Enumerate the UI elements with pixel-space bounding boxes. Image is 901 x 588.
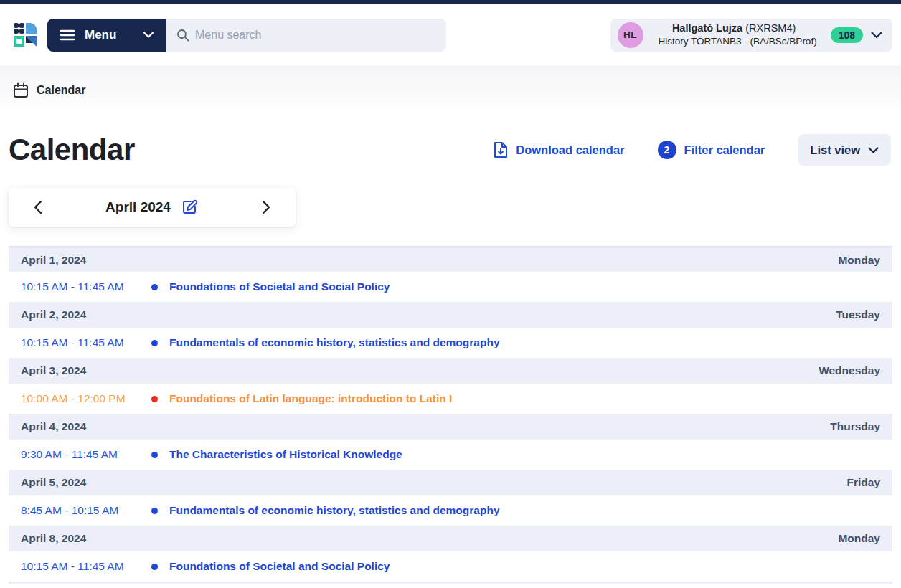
filter-count-badge: 2 (658, 141, 676, 159)
next-date-row-peek (9, 582, 892, 584)
event-row: 10:15 AM - 11:45 AM Foundations of Socie… (9, 272, 892, 302)
menu-button[interactable]: Menu (47, 19, 166, 52)
event-status-dot (151, 396, 158, 402)
weekday-label: Wednesday (819, 364, 880, 377)
date-label: April 5, 2024 (21, 476, 86, 489)
month-navigator: April 2024 (9, 188, 296, 227)
date-row: April 8, 2024 Monday (9, 526, 892, 551)
event-row: 10:15 AM - 11:45 AM Fundamentals of econ… (9, 328, 892, 358)
neptun-logo[interactable] (9, 19, 39, 52)
event-status-dot (151, 284, 158, 290)
date-label: April 2, 2024 (21, 308, 86, 321)
breadcrumb-label[interactable]: Calendar (37, 84, 85, 97)
weekday-label: Friday (846, 476, 880, 489)
weekday-label: Thursday (830, 420, 880, 433)
event-time: 10:00 AM - 12:00 PM (21, 392, 151, 405)
user-code: (RXRSM4) (745, 22, 796, 34)
event-time: 10:15 AM - 11:45 AM (21, 560, 151, 573)
chevron-down-icon (143, 32, 154, 38)
event-title-link[interactable]: Fundamentals of economic history, statis… (169, 336, 500, 349)
event-row: 10:00 AM - 12:00 PM Foundations of Latin… (9, 384, 892, 414)
app-header: Menu HL Hallgató Lujza (RXRSM4) History … (0, 4, 901, 67)
download-icon (494, 141, 508, 158)
event-time: 8:45 AM - 10:15 AM (21, 504, 151, 517)
date-label: April 4, 2024 (21, 420, 86, 433)
download-calendar-button[interactable]: Download calendar (494, 141, 624, 158)
user-program: History TORTANB3 - (BA/BSc/BProf) (651, 35, 817, 48)
view-selector[interactable]: List view (798, 134, 891, 166)
menu-search-input[interactable] (195, 29, 436, 42)
filter-calendar-button[interactable]: 2 Filter calendar (658, 141, 765, 159)
weekday-label: Tuesday (836, 308, 880, 321)
event-row: 10:15 AM - 11:45 AM Foundations of Socie… (9, 551, 892, 582)
event-title-link[interactable]: Foundations of Societal and Social Polic… (169, 560, 390, 573)
event-title-link[interactable]: Foundations of Latin language: introduct… (169, 392, 452, 405)
user-menu[interactable]: HL Hallgató Lujza (RXRSM4) History TORTA… (610, 19, 892, 52)
next-month-button[interactable] (259, 197, 274, 217)
notification-count-badge: 108 (831, 27, 863, 43)
weekday-label: Monday (838, 254, 880, 267)
chevron-down-icon (868, 147, 879, 153)
date-row: April 3, 2024 Wednesday (9, 358, 892, 384)
event-title-link[interactable]: Foundations of Societal and Social Polic… (169, 280, 390, 293)
event-title-link[interactable]: Fundamentals of economic history, statis… (169, 504, 500, 517)
download-calendar-label: Download calendar (516, 143, 624, 157)
date-row: April 4, 2024 Thursday (9, 414, 892, 440)
date-label: April 3, 2024 (21, 364, 86, 377)
event-status-dot (151, 564, 158, 570)
month-label: April 2024 (105, 199, 171, 215)
previous-month-button[interactable] (30, 197, 45, 217)
avatar: HL (618, 22, 643, 48)
event-row: 9:30 AM - 11:45 AM The Characteristics o… (9, 440, 892, 470)
title-row: Calendar Download calendar 2 Filter cale… (0, 131, 901, 169)
date-row: April 5, 2024 Friday (9, 470, 892, 495)
page-title: Calendar (9, 133, 135, 167)
date-label: April 1, 2024 (21, 254, 86, 267)
event-status-dot (151, 508, 158, 514)
hamburger-icon (60, 29, 75, 41)
user-name-line: Hallgató Lujza (RXRSM4) (651, 22, 817, 35)
weekday-label: Monday (838, 532, 880, 545)
filter-calendar-label: Filter calendar (684, 143, 765, 157)
view-selector-label: List view (810, 143, 860, 157)
event-title-link[interactable]: The Characteristics of Historical Knowle… (169, 448, 402, 461)
date-row: April 1, 2024 Monday (9, 246, 892, 272)
date-label: April 8, 2024 (21, 532, 86, 545)
calendar-icon (13, 82, 29, 98)
event-row: 8:45 AM - 10:15 AM Fundamentals of econo… (9, 495, 892, 526)
calendar-event-list: April 1, 2024 Monday 10:15 AM - 11:45 AM… (9, 246, 892, 584)
breadcrumb: Calendar (0, 67, 901, 114)
menu-search-box[interactable] (166, 19, 446, 52)
search-icon (176, 29, 189, 42)
menu-button-label: Menu (85, 28, 116, 42)
page-actions: Download calendar 2 Filter calendar List… (494, 134, 892, 166)
event-status-dot (151, 340, 158, 346)
user-name: Hallgató Lujza (672, 22, 742, 34)
event-time: 10:15 AM - 11:45 AM (21, 280, 151, 293)
event-time: 10:15 AM - 11:45 AM (21, 336, 151, 349)
event-time: 9:30 AM - 11:45 AM (21, 448, 151, 461)
edit-month-button[interactable] (181, 199, 199, 216)
date-row: April 2, 2024 Tuesday (9, 302, 892, 328)
chevron-down-icon (871, 32, 882, 39)
event-status-dot (151, 452, 158, 458)
